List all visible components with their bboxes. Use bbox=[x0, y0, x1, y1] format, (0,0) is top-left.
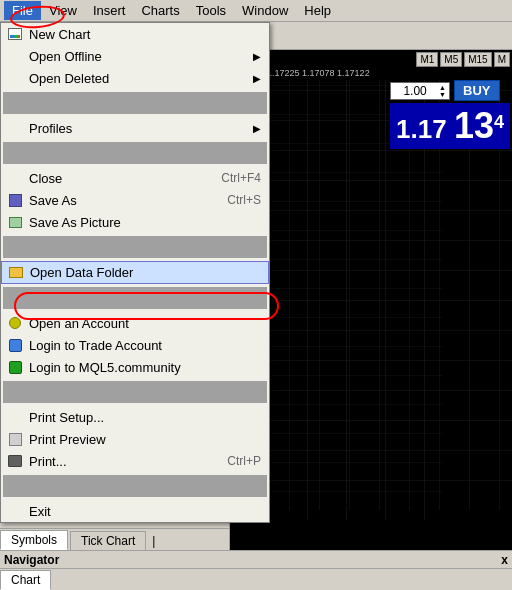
qty-value: 1.00 bbox=[391, 84, 439, 98]
login-mql5-icon bbox=[5, 357, 25, 377]
menubar: File View Insert Charts Tools Window Hel… bbox=[0, 0, 512, 22]
login-trade-icon bbox=[5, 335, 25, 355]
qty-input[interactable]: 1.00 ▲ ▼ bbox=[390, 82, 450, 100]
menu-insert[interactable]: Insert bbox=[85, 1, 134, 20]
open-data-folder-icon bbox=[6, 263, 26, 283]
qty-up[interactable]: ▲ bbox=[439, 84, 449, 91]
close-shortcut: Ctrl+F4 bbox=[221, 171, 261, 185]
menu-view[interactable]: View bbox=[41, 1, 85, 20]
price-main: 1.17 bbox=[396, 114, 447, 144]
timeframe-m15[interactable]: M15 bbox=[464, 52, 491, 67]
separator-3 bbox=[3, 236, 267, 258]
menu-item-print-preview[interactable]: Print Preview bbox=[1, 428, 269, 450]
buy-widget: 1.00 ▲ ▼ BUY 1.17 134 bbox=[390, 80, 510, 149]
timeframe-m[interactable]: M bbox=[494, 52, 510, 67]
close-label: Close bbox=[29, 171, 62, 186]
menu-item-open-deleted[interactable]: Open Deleted ▶ bbox=[1, 67, 269, 89]
menu-help[interactable]: Help bbox=[296, 1, 339, 20]
menu-item-login-trade[interactable]: Login to Trade Account bbox=[1, 334, 269, 356]
qty-down[interactable]: ▼ bbox=[439, 91, 449, 98]
bottom-tabs: Symbols Tick Chart | bbox=[0, 528, 229, 550]
login-trade-label: Login to Trade Account bbox=[29, 338, 162, 353]
profiles-label: Profiles bbox=[29, 121, 72, 136]
big-price-display: 1.17 134 bbox=[390, 103, 510, 149]
print-shortcut: Ctrl+P bbox=[227, 454, 261, 468]
menu-item-profiles[interactable]: Profiles ▶ bbox=[1, 117, 269, 139]
submenu-arrow: ▶ bbox=[253, 51, 261, 62]
tab-chart[interactable]: Chart bbox=[0, 570, 51, 590]
print-label: Print... bbox=[29, 454, 67, 469]
menu-item-exit[interactable]: Exit bbox=[1, 500, 269, 522]
navigator-close-button[interactable]: x bbox=[501, 553, 508, 567]
open-deleted-label: Open Deleted bbox=[29, 71, 109, 86]
menu-item-close[interactable]: Close Ctrl+F4 bbox=[1, 167, 269, 189]
submenu-arrow-profiles: ▶ bbox=[253, 123, 261, 134]
menu-item-print[interactable]: Print... Ctrl+P bbox=[1, 450, 269, 472]
navigator-label: Navigator bbox=[4, 553, 59, 567]
timeframe-m1[interactable]: M1 bbox=[416, 52, 438, 67]
open-data-folder-label: Open Data Folder bbox=[30, 265, 133, 280]
buy-button[interactable]: BUY bbox=[454, 80, 499, 101]
save-picture-icon bbox=[5, 212, 25, 232]
submenu-arrow-deleted: ▶ bbox=[253, 73, 261, 84]
timeframe-m5[interactable]: M5 bbox=[440, 52, 462, 67]
tab-pipe: | bbox=[150, 532, 157, 550]
menu-item-new-chart[interactable]: New Chart bbox=[1, 23, 269, 45]
menu-file[interactable]: File bbox=[4, 1, 41, 20]
menu-charts[interactable]: Charts bbox=[133, 1, 187, 20]
save-as-picture-label: Save As Picture bbox=[29, 215, 121, 230]
open-offline-label: Open Offline bbox=[29, 49, 102, 64]
print-setup-label: Print Setup... bbox=[29, 410, 104, 425]
navigator-bar: Navigator x bbox=[0, 550, 512, 568]
open-account-label: Open an Account bbox=[29, 316, 129, 331]
menu-tools[interactable]: Tools bbox=[188, 1, 234, 20]
menu-item-open-offline[interactable]: Open Offline ▶ bbox=[1, 45, 269, 67]
exit-label: Exit bbox=[29, 504, 51, 519]
save-as-shortcut: Ctrl+S bbox=[227, 193, 261, 207]
menu-item-open-data-folder[interactable]: Open Data Folder bbox=[1, 261, 269, 284]
tab-tick-chart[interactable]: Tick Chart bbox=[70, 531, 146, 550]
menu-item-open-account[interactable]: Open an Account bbox=[1, 312, 269, 334]
chart-tab-bar: Chart bbox=[0, 568, 512, 590]
menu-item-save-as-picture[interactable]: Save As Picture bbox=[1, 211, 269, 233]
price-large-digits: 13 bbox=[454, 105, 494, 146]
login-mql5-label: Login to MQL5.community bbox=[29, 360, 181, 375]
print-preview-label: Print Preview bbox=[29, 432, 106, 447]
new-chart-icon bbox=[5, 24, 25, 44]
menu-item-login-mql5[interactable]: Login to MQL5.community bbox=[1, 356, 269, 378]
timeframe-buttons: M1 M5 M15 M bbox=[416, 52, 510, 67]
print-icon bbox=[5, 451, 25, 471]
separator-1 bbox=[3, 92, 267, 114]
save-as-label: Save As bbox=[29, 193, 77, 208]
menu-item-print-setup[interactable]: Print Setup... bbox=[1, 406, 269, 428]
tab-symbols[interactable]: Symbols bbox=[0, 530, 68, 550]
menu-item-save-as[interactable]: Save As Ctrl+S bbox=[1, 189, 269, 211]
separator-2 bbox=[3, 142, 267, 164]
chart-area: M1 M5 M15 M 1.17225 1.17225 1.17078 1.17… bbox=[230, 50, 512, 550]
price-superscript: 4 bbox=[494, 112, 504, 132]
new-chart-label: New Chart bbox=[29, 27, 90, 42]
print-preview-icon bbox=[5, 429, 25, 449]
file-dropdown-menu: New Chart Open Offline ▶ Open Deleted ▶ … bbox=[0, 22, 270, 523]
separator-5 bbox=[3, 381, 267, 403]
menu-window[interactable]: Window bbox=[234, 1, 296, 20]
separator-4 bbox=[3, 287, 267, 309]
separator-6 bbox=[3, 475, 267, 497]
save-as-icon bbox=[5, 190, 25, 210]
open-account-icon bbox=[5, 313, 25, 333]
